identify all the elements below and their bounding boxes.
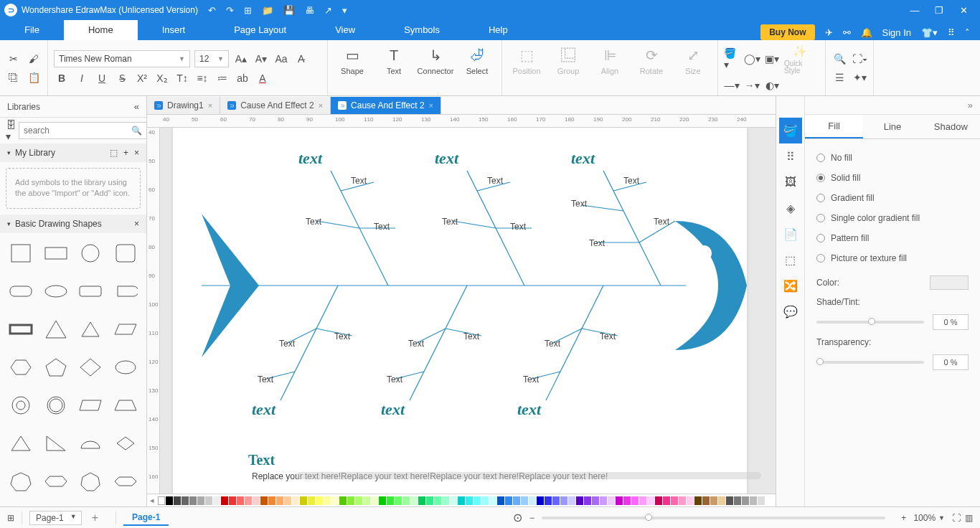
color-swatch[interactable]	[387, 496, 394, 505]
bullets-icon[interactable]: ≔	[215, 70, 230, 86]
color-swatch[interactable]	[189, 496, 197, 505]
color-swatch[interactable]	[623, 496, 631, 505]
strike-icon[interactable]: S̶	[114, 70, 130, 86]
libraries-collapse-icon[interactable]: «	[134, 101, 139, 112]
tab-home[interactable]: Home	[64, 20, 138, 40]
close-lib-icon[interactable]: ×	[134, 148, 139, 158]
clear-format-icon[interactable]: A̶	[293, 51, 309, 67]
shape-parallelogram[interactable]	[110, 315, 141, 344]
notification-icon[interactable]: 🔔	[861, 27, 872, 38]
shape-triangle-iso[interactable]	[75, 315, 106, 344]
page-tab[interactable]: Page-1	[123, 510, 169, 526]
shape-right-tri[interactable]	[41, 429, 72, 458]
close-tab-icon[interactable]: ×	[208, 101, 212, 110]
grid-icon[interactable]: ⊞	[7, 513, 14, 523]
color-swatch[interactable]	[268, 496, 275, 505]
color-swatch[interactable]	[245, 496, 252, 505]
shadow-icon[interactable]: ▣▾	[764, 51, 780, 67]
fill-picture-radio[interactable]: Picture or texture fill	[816, 248, 969, 268]
color-swatch[interactable]	[466, 496, 473, 505]
new-icon[interactable]: ⊞	[244, 5, 252, 16]
fill-pattern-radio[interactable]: Pattern fill	[816, 228, 969, 248]
shadow-tab[interactable]: Shadow	[922, 115, 980, 138]
layers-icon[interactable]: ☰	[831, 70, 847, 85]
color-swatch[interactable]	[663, 496, 670, 505]
close-button[interactable]: ✕	[951, 5, 976, 16]
import-icon[interactable]: ⬚	[110, 148, 118, 158]
color-swatch[interactable]	[600, 496, 607, 505]
color-swatch[interactable]	[450, 496, 457, 505]
bold-icon[interactable]: B	[54, 70, 70, 86]
doc-tab-2[interactable]: ⊃Cause And Effect 2×	[331, 97, 441, 114]
shape-octagon-wide[interactable]	[41, 467, 72, 496]
fishbone-diagram[interactable]: text Text Text Text text Text	[173, 128, 747, 494]
theme-icon-ribbon[interactable]: ◐▾	[764, 77, 780, 93]
shape-square[interactable]	[6, 239, 37, 268]
shape-double-circle[interactable]	[41, 391, 72, 420]
fill-none-radio[interactable]: No fill	[816, 148, 969, 168]
image-panel-icon[interactable]: 🖼	[779, 169, 802, 195]
color-swatch[interactable]	[481, 496, 489, 505]
doc-tab-0[interactable]: ⊃Drawing1×	[147, 97, 220, 114]
color-swatch[interactable]	[442, 496, 449, 505]
send-icon[interactable]: ✈	[825, 27, 833, 38]
font-size-combo[interactable]: 12▼	[194, 50, 229, 67]
font-color-icon[interactable]: A	[255, 70, 270, 86]
shape-pentagon[interactable]	[41, 353, 72, 382]
quick-style-button[interactable]: ✨Quick Style	[784, 42, 816, 75]
color-swatch[interactable]	[930, 275, 969, 290]
color-swatch[interactable]	[402, 496, 410, 505]
crop-icon[interactable]: ⛶▾	[852, 51, 867, 67]
color-swatch[interactable]	[568, 496, 575, 505]
canvas[interactable]: text Text Text Text text Text	[160, 128, 776, 494]
color-swatch[interactable]	[489, 496, 496, 505]
arrow-icon[interactable]: →▾	[744, 77, 760, 93]
color-swatch[interactable]	[308, 496, 315, 505]
color-swatch[interactable]	[521, 496, 528, 505]
fit-width-icon[interactable]: ▥	[965, 513, 973, 523]
color-swatch[interactable]	[434, 496, 441, 505]
text-tool-button[interactable]: TText	[375, 44, 413, 75]
color-swatch[interactable]	[260, 496, 268, 505]
fill-solid-radio[interactable]: Solid fill	[816, 168, 969, 188]
shape-tri3[interactable]	[6, 429, 37, 458]
color-swatch[interactable]	[616, 496, 623, 505]
color-swatch[interactable]	[742, 496, 749, 505]
color-swatch[interactable]	[671, 496, 678, 505]
color-swatch[interactable]	[639, 496, 646, 505]
shape-ellipse2[interactable]	[110, 353, 141, 382]
color-swatch[interactable]	[631, 496, 639, 505]
color-swatch[interactable]	[379, 496, 386, 505]
underline-icon[interactable]: U	[94, 70, 110, 86]
line-icon[interactable]: ◯▾	[744, 51, 760, 67]
shape-ellipse[interactable]	[41, 277, 72, 306]
shape-rounded-square[interactable]	[110, 239, 141, 268]
zoom-out-button[interactable]: −	[529, 513, 534, 523]
palette-prev-icon[interactable]: ◂	[150, 496, 154, 505]
subscript-icon[interactable]: X₂	[154, 70, 170, 86]
color-swatch[interactable]	[331, 496, 339, 505]
shape-heptagon2[interactable]	[75, 467, 106, 496]
color-swatch[interactable]	[395, 496, 402, 505]
superscript-icon[interactable]: X²	[134, 70, 150, 86]
print-icon[interactable]: 🖶	[305, 5, 314, 16]
color-swatch[interactable]	[253, 496, 260, 505]
position-button[interactable]: ⬚Position	[508, 44, 545, 75]
group-button[interactable]: ⿺Group	[550, 44, 587, 75]
color-swatch[interactable]	[513, 496, 520, 505]
rotate-button[interactable]: ⟳Rotate	[633, 44, 670, 75]
color-swatch[interactable]	[371, 496, 378, 505]
shrink-font-icon[interactable]: A▾	[253, 51, 269, 67]
shape-terminator[interactable]	[110, 277, 141, 306]
theme-icon[interactable]: 👕▾	[921, 27, 938, 38]
color-swatch[interactable]	[592, 496, 599, 505]
sign-in-link[interactable]: Sign In	[882, 27, 911, 38]
color-swatch[interactable]	[237, 496, 244, 505]
library-menu-icon[interactable]: 🗄▾	[6, 123, 16, 138]
color-swatch[interactable]	[174, 496, 181, 505]
minimize-button[interactable]: —	[903, 5, 927, 16]
h-scrollbar[interactable]	[296, 472, 761, 479]
close-shapes-icon[interactable]: ×	[134, 219, 139, 229]
color-swatch[interactable]	[197, 496, 204, 505]
maximize-button[interactable]: ❐	[927, 5, 951, 16]
